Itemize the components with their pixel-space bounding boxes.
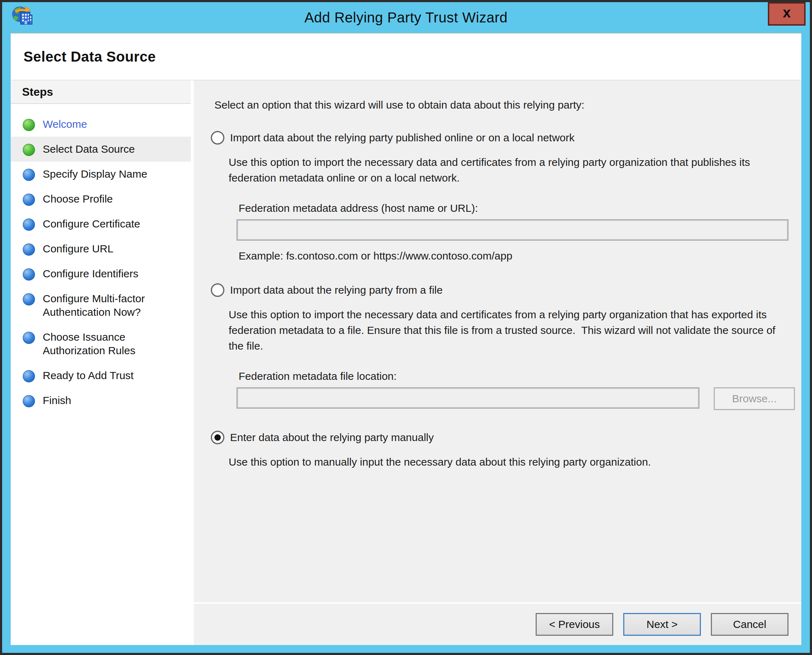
step-label: Configure Certificate (43, 217, 140, 231)
main-panel: Select an option that this wizard will u… (194, 80, 801, 645)
radio-icon-enter-manually[interactable] (211, 431, 224, 444)
step-label: Choose Profile (43, 192, 113, 206)
radio-label-import-file[interactable]: Import data about the relying party from… (230, 284, 443, 296)
previous-button[interactable]: < Previous (536, 613, 613, 636)
sidebar-step-configure-identifiers: Configure Identifiers (11, 261, 191, 286)
select-data-source-content: Select an option that this wizard will u… (194, 80, 801, 602)
step-pending-icon (23, 293, 35, 306)
adfs-wizard-icon (11, 6, 33, 28)
sidebar-step-welcome[interactable]: Welcome (11, 112, 191, 137)
radio-option-enter-manually[interactable]: Enter data about the relying party manua… (211, 431, 801, 444)
sidebar-step-choose-profile: Choose Profile (11, 186, 191, 211)
metadata-file-input (236, 387, 700, 409)
sidebar-step-select-data-source: Select Data Source (11, 137, 191, 161)
titlebar: Add Relying Party Trust Wizard x (2, 2, 810, 33)
window-title: Add Relying Party Trust Wizard (305, 9, 508, 26)
steps-title: Steps (22, 85, 53, 98)
wizard-window: Add Relying Party Trust Wizard x Select … (0, 0, 812, 655)
steps-sidebar: Steps WelcomeSelect Data SourceSpecify D… (11, 80, 191, 645)
step-label[interactable]: Welcome (43, 117, 87, 131)
step-label: Choose Issuance Authorization Rules (43, 331, 160, 357)
description-import-online: Use this option to import the necessary … (229, 154, 787, 186)
step-pending-icon (23, 370, 35, 382)
steps-list: WelcomeSelect Data SourceSpecify Display… (11, 104, 191, 413)
step-label: Configure Identifiers (43, 267, 138, 280)
step-label: Select Data Source (43, 142, 135, 156)
sidebar-step-finish: Finish (11, 388, 191, 413)
sidebar-step-configure-multi-factor-authentication-now-: Configure Multi-factor Authentication No… (11, 286, 191, 324)
wizard-body: Select Data Source Steps WelcomeSelect D… (11, 33, 801, 645)
cancel-button[interactable]: Cancel (711, 613, 789, 636)
step-complete-icon (23, 144, 35, 156)
step-label: Ready to Add Trust (43, 369, 134, 382)
step-pending-icon (23, 194, 35, 206)
wizard-button-bar: < Previous Next > Cancel (194, 602, 801, 645)
sidebar-step-specify-display-name: Specify Display Name (11, 161, 191, 186)
sidebar-step-configure-url: Configure URL (11, 236, 191, 261)
step-label: Finish (43, 394, 71, 407)
intro-text: Select an option that this wizard will u… (214, 99, 787, 111)
step-complete-icon (23, 119, 35, 131)
step-pending-icon (23, 243, 35, 255)
metadata-file-label: Federation metadata file location: (239, 370, 801, 382)
next-button[interactable]: Next > (623, 613, 701, 636)
close-button[interactable]: x (768, 2, 806, 26)
description-enter-manually: Use this option to manually input the ne… (229, 454, 787, 470)
metadata-address-label: Federation metadata address (host name o… (239, 202, 801, 214)
radio-option-import-file[interactable]: Import data about the relying party from… (211, 283, 801, 297)
page-title: Select Data Source (23, 49, 156, 65)
browse-button: Browse... (714, 387, 795, 410)
step-label: Configure Multi-factor Authentication No… (43, 292, 160, 319)
sidebar-step-choose-issuance-authorization-rules: Choose Issuance Authorization Rules (11, 324, 191, 363)
step-pending-icon (23, 395, 35, 407)
step-pending-icon (23, 332, 35, 344)
metadata-address-example: Example: fs.contoso.com or https://www.c… (239, 250, 801, 262)
radio-icon-import-online[interactable] (211, 131, 224, 145)
sidebar-step-configure-certificate: Configure Certificate (11, 211, 191, 236)
description-import-file: Use this option to import the necessary … (229, 307, 784, 354)
metadata-address-input (236, 219, 789, 241)
steps-header: Steps (11, 80, 191, 104)
radio-label-enter-manually[interactable]: Enter data about the relying party manua… (230, 431, 434, 444)
step-pending-icon (23, 169, 35, 181)
radio-option-import-online[interactable]: Import data about the relying party publ… (211, 131, 801, 145)
step-label: Specify Display Name (43, 167, 147, 181)
step-label: Configure URL (43, 242, 113, 255)
radio-icon-import-file[interactable] (211, 283, 224, 297)
page-header: Select Data Source (11, 34, 801, 80)
step-pending-icon (23, 268, 35, 280)
step-pending-icon (23, 218, 35, 231)
radio-label-import-online[interactable]: Import data about the relying party publ… (230, 132, 575, 144)
sidebar-step-ready-to-add-trust: Ready to Add Trust (11, 363, 191, 388)
